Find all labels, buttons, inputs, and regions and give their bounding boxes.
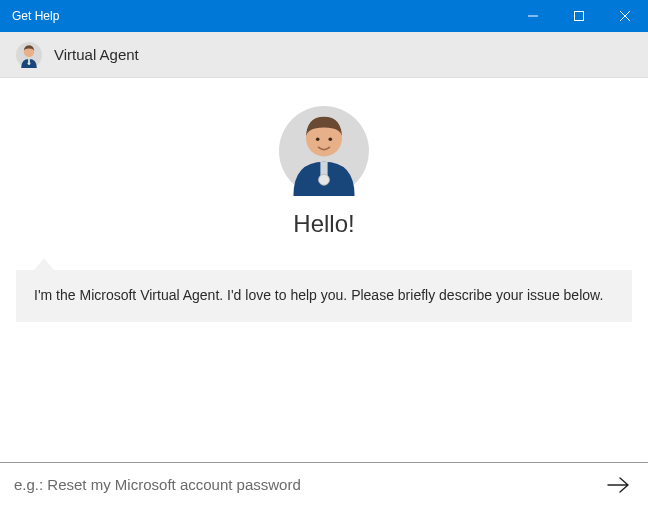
- greeting-text: Hello!: [293, 210, 354, 238]
- close-icon: [620, 11, 630, 21]
- svg-rect-1: [575, 12, 584, 21]
- intro-message-bubble: I'm the Microsoft Virtual Agent. I'd lov…: [16, 270, 632, 322]
- app-header: Virtual Agent: [0, 32, 648, 78]
- app-window: Get Help Virtual Agent: [0, 0, 648, 506]
- agent-avatar-large-icon: [279, 106, 369, 196]
- svg-point-12: [316, 138, 320, 142]
- maximize-button[interactable]: [556, 0, 602, 32]
- send-icon: [607, 477, 629, 493]
- close-button[interactable]: [602, 0, 648, 32]
- message-input[interactable]: [14, 476, 602, 493]
- window-title: Get Help: [0, 9, 59, 23]
- svg-point-13: [329, 138, 333, 142]
- svg-rect-7: [28, 58, 30, 62]
- bubble-tail-icon: [34, 258, 54, 270]
- header-title: Virtual Agent: [54, 46, 139, 63]
- titlebar: Get Help: [0, 0, 648, 32]
- svg-point-10: [319, 174, 330, 185]
- avatar-block: Hello!: [0, 106, 648, 238]
- input-bar: [0, 462, 648, 506]
- maximize-icon: [574, 11, 584, 21]
- minimize-button[interactable]: [510, 0, 556, 32]
- minimize-icon: [528, 11, 538, 21]
- agent-avatar-icon: [16, 42, 42, 68]
- intro-message-text: I'm the Microsoft Virtual Agent. I'd lov…: [16, 270, 632, 322]
- chat-content: Hello! I'm the Microsoft Virtual Agent. …: [0, 78, 648, 462]
- send-button[interactable]: [602, 469, 634, 501]
